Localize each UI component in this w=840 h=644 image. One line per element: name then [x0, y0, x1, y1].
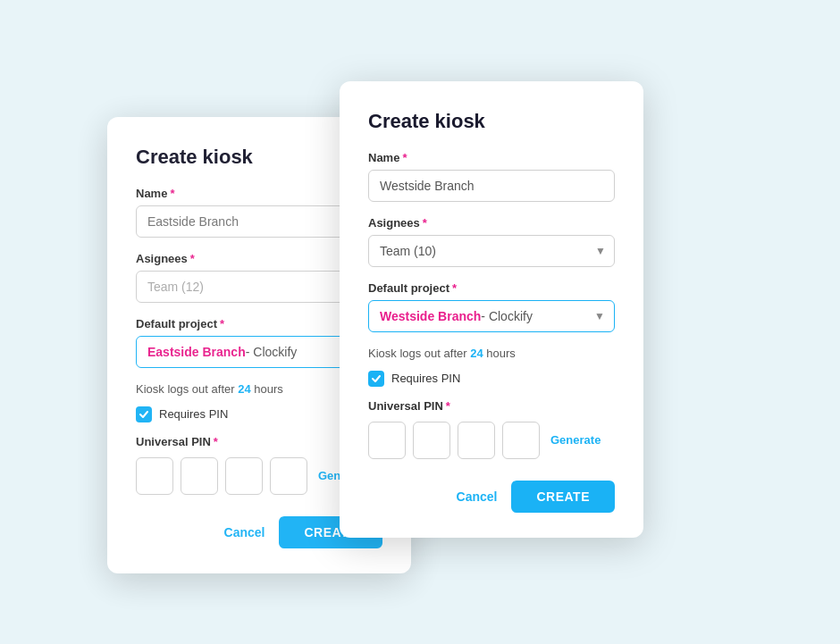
front-dialog-footer: Cancel CREATE — [368, 481, 615, 513]
front-assignees-required: * — [423, 216, 427, 230]
front-generate-link[interactable]: Generate — [550, 433, 601, 447]
front-pin-box-4[interactable] — [502, 422, 540, 459]
back-pin-required: * — [214, 435, 218, 448]
front-cancel-button[interactable]: Cancel — [457, 489, 498, 504]
front-project-colored: Westside Branch — [380, 309, 481, 323]
back-name-required: * — [170, 187, 174, 200]
back-assignees-required: * — [190, 252, 195, 265]
back-pin-box-3[interactable] — [225, 457, 263, 495]
back-pin-box-1[interactable] — [136, 457, 173, 495]
front-dialog-title: Create kiosk — [368, 110, 615, 133]
back-requires-pin-label: Requires PIN — [159, 407, 228, 421]
front-create-button[interactable]: CREATE — [511, 481, 615, 513]
front-name-label: Name* — [368, 151, 615, 164]
front-pin-row: Generate — [368, 422, 615, 459]
front-requires-pin-label: Requires PIN — [391, 372, 460, 385]
front-assignees-field-group: Asignees* Team (10) ▼ — [368, 216, 615, 267]
front-logout-hours: 24 — [470, 347, 483, 360]
front-name-input[interactable] — [368, 170, 615, 202]
front-project-required: * — [452, 281, 457, 295]
front-project-chevron-icon: ▼ — [594, 310, 605, 322]
front-assignees-select[interactable]: Team (10) — [368, 235, 615, 267]
back-pin-box-2[interactable] — [181, 457, 218, 495]
back-logout-hours: 24 — [238, 382, 250, 396]
front-requires-pin-row[interactable]: Requires PIN — [368, 371, 615, 387]
front-requires-pin-checkbox[interactable] — [368, 371, 384, 387]
front-logout-text: Kiosk logs out after 24 hours — [368, 347, 615, 360]
front-pin-box-2[interactable] — [413, 422, 450, 459]
back-project-colored: Eastside Branch — [147, 345, 246, 359]
front-project-rest: - Clockify — [481, 309, 533, 323]
back-project-required: * — [220, 317, 224, 330]
front-universal-pin-label: Universal PIN* — [368, 399, 615, 413]
back-project-rest: - Clockify — [246, 345, 298, 359]
back-pin-box-4[interactable] — [270, 457, 307, 495]
front-pin-box-3[interactable] — [458, 422, 495, 459]
front-dialog: Create kiosk Name* Asignees* Team (10) ▼… — [340, 81, 643, 538]
front-assignees-label: Asignees* — [368, 216, 615, 230]
front-pin-required: * — [446, 399, 450, 413]
back-requires-pin-checkbox[interactable] — [136, 406, 152, 422]
front-name-field-group: Name* — [368, 151, 615, 202]
front-pin-box-1[interactable] — [368, 422, 406, 459]
front-project-label: Default project* — [368, 281, 615, 295]
front-name-required: * — [402, 151, 407, 164]
front-project-field-group: Default project* Westside Branch - Clock… — [368, 281, 615, 332]
back-cancel-button[interactable]: Cancel — [224, 525, 265, 539]
front-project-select[interactable]: Westside Branch - Clockify ▼ — [368, 300, 615, 332]
front-assignees-select-wrapper: Team (10) ▼ — [368, 235, 615, 267]
